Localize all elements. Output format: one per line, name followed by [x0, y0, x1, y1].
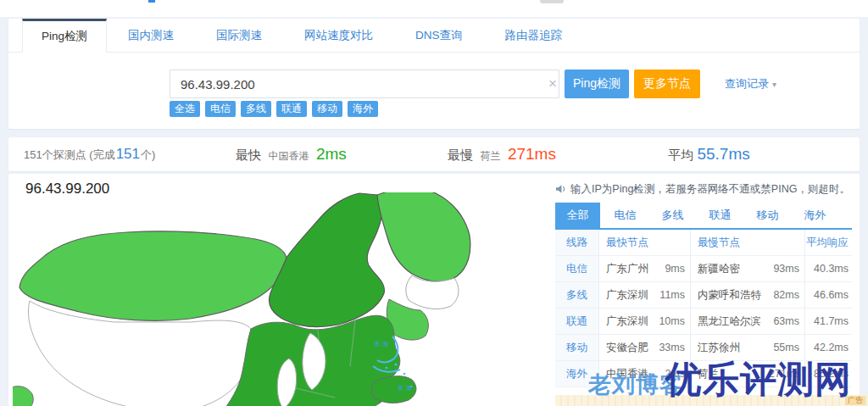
query-history-link[interactable]: 查询记录▾: [725, 70, 776, 98]
tab-dns-lookup[interactable]: DNS查询: [394, 19, 484, 52]
notice-text: 输入IP为Ping检测，若服务器网络不通或禁PING，则超时。: [570, 182, 850, 197]
probe-count-stat: 151个探测点 (完成151个): [24, 137, 155, 171]
nav-tabs: Ping检测 国内测速 国际测速 网站速度对比 DNS查询 路由器追踪: [8, 19, 860, 53]
avg-response-header: 平均响应: [805, 230, 852, 255]
fastest-value: 2ms: [316, 145, 347, 163]
avg-cell: 40.3ms: [805, 256, 852, 281]
tab-international-speed[interactable]: 国际测速: [195, 19, 283, 52]
result-tab-unicom[interactable]: 联通: [698, 203, 743, 228]
probe-text-suffix: 个): [141, 148, 155, 161]
filter-mobile[interactable]: 移动: [312, 101, 342, 117]
top-header-strip: [0, 0, 868, 17]
query-history-label: 查询记录: [725, 77, 769, 90]
average-value: 55.7ms: [697, 145, 749, 163]
island-dot: [395, 364, 398, 366]
chevron-down-icon: ▾: [772, 80, 776, 89]
slow-node-cell: 黑龙江哈尔滨: [691, 309, 769, 334]
filter-overseas[interactable]: 海外: [348, 101, 378, 117]
island-dot: [403, 373, 406, 375]
filter-unicom[interactable]: 联通: [276, 101, 307, 117]
notice-bar: 输入IP为Ping检测，若服务器网络不通或禁PING，则超时。: [555, 181, 852, 197]
ip-search-input[interactable]: [170, 70, 559, 98]
fastest-stat: 最快 中国香港 2ms: [236, 137, 347, 171]
fast-node-cell: 安徽合肥: [599, 335, 655, 360]
search-card: Ping检测 国内测速 国际测速 网站速度对比 DNS查询 路由器追踪 × Pi…: [8, 19, 860, 129]
slowest-label: 最慢: [448, 147, 473, 162]
table-row: 多线 广东深圳 11ms 内蒙呼和浩特 82ms 46.6ms: [555, 282, 852, 309]
ping-test-button[interactable]: Ping检测: [565, 70, 629, 98]
province-xinjiang: [19, 231, 287, 321]
fast-ms-cell: 10ms: [655, 309, 691, 334]
average-stat: 平均 55.7ms: [668, 137, 750, 171]
result-tab-mobile[interactable]: 移动: [745, 203, 790, 228]
line-cell[interactable]: 联通: [555, 309, 599, 334]
more-nodes-button[interactable]: 更多节点: [634, 70, 700, 98]
slowest-stat: 最慢 荷兰 271ms: [448, 137, 556, 171]
result-tabs: 全部 电信 多线 联通 移动 海外: [555, 203, 852, 230]
average-label: 平均: [668, 147, 693, 162]
line-cell[interactable]: 电信: [555, 256, 599, 281]
sea-label-bohai: 渤海: [374, 341, 391, 348]
slow-ms-cell: 93ms: [769, 256, 805, 281]
filter-telecom[interactable]: 电信: [205, 101, 236, 117]
line-header: 线路: [555, 230, 599, 255]
slow-node-cell: 新疆哈密: [691, 256, 769, 281]
slow-ms-cell: 82ms: [769, 282, 805, 308]
stats-bar: 151个探测点 (完成151个) 最快 中国香港 2ms 最慢 荷兰 271ms…: [8, 137, 860, 171]
line-filters: 全选 电信 多线 联通 移动 海外: [170, 101, 378, 117]
fastest-place: 中国香港: [268, 150, 309, 162]
logo-fragment: [148, 0, 155, 3]
province-inner-mongolia: [270, 193, 385, 327]
result-tab-multiline[interactable]: 多线: [650, 203, 695, 228]
fastest-node-header: 最快节点: [599, 230, 691, 255]
result-tab-all[interactable]: 全部: [555, 203, 600, 228]
tab-ping-test[interactable]: Ping检测: [22, 19, 107, 53]
table-header: 线路 最快节点 最慢节点 平均响应: [555, 230, 852, 256]
fast-node-cell: 广东深圳: [599, 309, 655, 334]
slowest-place: 荷兰: [480, 150, 500, 162]
tab-site-speed-compare[interactable]: 网站速度对比: [283, 19, 394, 52]
slow-ms-cell: 63ms: [769, 309, 805, 334]
avg-cell: 46.6ms: [805, 282, 852, 308]
fast-ms-cell: 11ms: [655, 282, 691, 308]
china-map-svg: 渤海 黄海: [13, 192, 547, 406]
province-southwest: [13, 387, 33, 406]
line-cell[interactable]: 多线: [555, 282, 599, 308]
island-dot: [386, 367, 388, 370]
ping-test-page: { "header": { "tabs": ["Ping检测", "国内测速",…: [0, 0, 868, 406]
filter-select-all[interactable]: 全选: [170, 101, 200, 117]
table-row: 电信 广东广州 9ms 新疆哈密 93ms 40.3ms: [555, 256, 852, 282]
tab-route-trace[interactable]: 路由器追踪: [484, 19, 584, 52]
table-row: 联通 广东深圳 10ms 黑龙江哈尔滨 63ms 41.7ms: [555, 309, 852, 335]
slowest-value: 271ms: [508, 145, 556, 163]
avg-cell: 41.7ms: [805, 309, 852, 334]
china-map: 渤海 黄海: [13, 192, 547, 406]
clear-input-icon[interactable]: ×: [541, 70, 565, 98]
fast-ms-cell: 9ms: [655, 256, 691, 281]
probe-completed-count: 151: [116, 146, 140, 162]
tab-domestic-speed[interactable]: 国内测速: [107, 19, 195, 52]
slow-node-cell: 内蒙呼和浩特: [691, 282, 769, 308]
filter-multiline[interactable]: 多线: [241, 101, 271, 117]
probe-text: 151个探测点 (完成: [24, 148, 115, 161]
watermark-dark: 优乐评测网: [665, 355, 852, 404]
province-heilongjiang: [377, 192, 470, 281]
fast-node-cell: 广东深圳: [599, 282, 655, 308]
result-tab-overseas[interactable]: 海外: [793, 203, 837, 228]
slowest-node-header: 最慢节点: [691, 230, 805, 255]
line-cell[interactable]: 移动: [555, 335, 599, 360]
sea-label-huanghai: 黄海: [398, 385, 415, 392]
result-tab-telecom[interactable]: 电信: [603, 203, 648, 228]
header-pill-decoration: [540, 0, 564, 3]
speaker-icon: [555, 184, 566, 194]
fast-node-cell: 广东广州: [599, 256, 655, 281]
fastest-label: 最快: [236, 147, 261, 162]
